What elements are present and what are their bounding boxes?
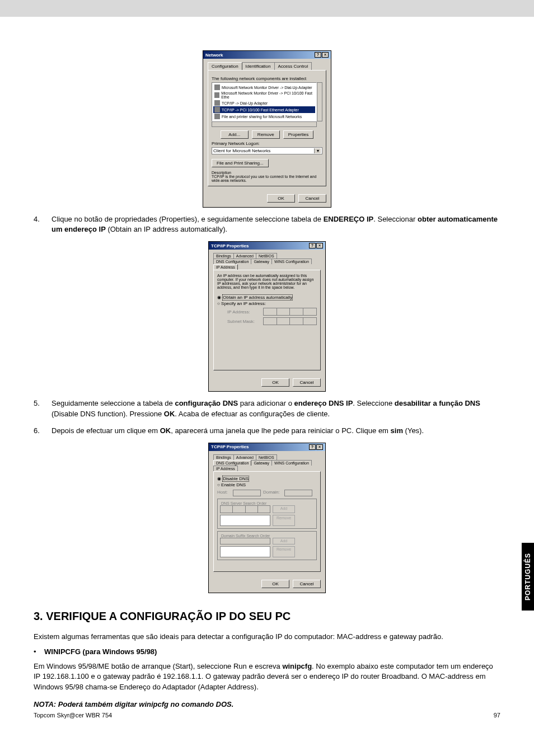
cancel-button[interactable]: Cancel — [293, 580, 321, 588]
dns-list — [220, 515, 270, 526]
network-dialog: Network ? × Configuration Identification… — [203, 50, 331, 208]
list-item: Microsoft Network Monitor Driver -> Dial… — [213, 84, 315, 91]
subnet-mask-label: Subnet Mask: — [227, 319, 260, 324]
close-icon[interactable]: × — [322, 52, 329, 58]
tab-advanced[interactable]: Advanced — [233, 253, 256, 259]
tab-gateway[interactable]: Gateway — [251, 259, 272, 264]
add-button: Add — [273, 505, 295, 513]
step-text: Seguidamente seleccione a tabela de conf… — [51, 398, 500, 419]
titlebar: TCP/IP Properties ? × — [209, 443, 325, 451]
host-label: Host: — [217, 490, 231, 496]
tab-identification[interactable]: Identification — [242, 62, 275, 70]
intro-paragraph: Existem algumas ferramentas que são idea… — [34, 632, 500, 642]
scrollbar-vertical[interactable] — [317, 82, 322, 121]
ok-button[interactable]: OK — [261, 580, 289, 588]
properties-button[interactable]: Properties — [283, 130, 313, 139]
tab-netbios[interactable]: NetBIOS — [256, 454, 277, 460]
components-list[interactable]: Microsoft Network Monitor Driver -> Dial… — [212, 82, 317, 121]
list-item: Microsoft Network Monitor Driver -> PCI … — [213, 91, 315, 100]
remove-button: Remove — [273, 546, 295, 557]
logon-select[interactable]: Client for Microsoft Networks ▾ — [212, 147, 322, 154]
dialog-title: TCP/IP Properties — [211, 243, 249, 248]
footer-page-number: 97 — [494, 712, 500, 719]
note-text: NOTA: Poderá também digitar winipcfg no … — [34, 700, 500, 708]
adapter-icon — [214, 92, 219, 98]
ip-address-input — [263, 308, 317, 316]
tab-advanced[interactable]: Advanced — [233, 454, 256, 460]
cancel-button[interactable]: Cancel — [298, 194, 326, 203]
radio-enable-dns[interactable]: ○ Enable DNS — [217, 482, 317, 487]
tab-dns[interactable]: DNS Configuration — [213, 460, 251, 466]
help-icon[interactable]: ? — [309, 444, 316, 450]
share-icon — [214, 114, 220, 119]
components-label: The following network components are ins… — [212, 76, 322, 81]
chevron-down-icon: ▾ — [314, 148, 321, 153]
radio-specify[interactable]: ○ Specify an IP address: — [217, 301, 317, 306]
suffix-input — [220, 538, 270, 544]
dns-ip-input — [220, 505, 270, 513]
help-icon[interactable]: ? — [315, 52, 321, 58]
titlebar: TCP/IP Properties ? × — [209, 242, 325, 250]
dns-search-group: DNS Server Search Order Add Remove — [217, 499, 317, 529]
step-text: Clique no botão de propriedades (Propert… — [51, 214, 500, 234]
dialog-title: TCP/IP Properties — [211, 444, 249, 449]
adapter-icon — [214, 100, 220, 106]
step-number: 6. — [34, 426, 51, 436]
tab-gateway[interactable]: Gateway — [251, 460, 272, 466]
top-banner — [0, 0, 534, 17]
page-content: Network ? × Configuration Identification… — [0, 17, 534, 730]
domain-label: Domain: — [263, 490, 282, 496]
titlebar-buttons: ? × — [315, 52, 329, 58]
list-item-selected: TCP/IP -> PCI 10/100 Fast Ethernet Adapt… — [213, 106, 315, 113]
remove-button[interactable]: Remove — [252, 130, 280, 139]
list-item: File and printer sharing for Microsoft N… — [213, 113, 315, 120]
tab-access-control[interactable]: Access Control — [274, 62, 312, 70]
tcpip-ip-dialog: TCP/IP Properties ? × Bindings Advanced … — [208, 241, 326, 392]
close-icon[interactable]: × — [316, 243, 323, 248]
list-item: TCP/IP -> Dial-Up Adapter — [213, 100, 315, 106]
add-button: Add — [273, 538, 295, 544]
page-footer: Topcom Skyr@cer WBR 754 97 — [34, 712, 500, 719]
step-number: 4. — [34, 214, 51, 234]
description-text: TCP/IP is the protocol you use to connec… — [212, 175, 322, 182]
scrollbar-horizontal[interactable] — [212, 121, 317, 127]
description-label: Description — [212, 171, 322, 175]
step-5: 5. Seguidamente seleccione a tabela de c… — [34, 398, 500, 419]
subnet-mask-input — [263, 317, 317, 325]
tab-ipaddress[interactable]: IP Address — [213, 264, 238, 270]
radio-obtain-auto[interactable]: ◉ Obtain an IP address automatically — [217, 295, 317, 300]
footer-product: Topcom Skyr@cer WBR 754 — [34, 712, 112, 719]
tab-ipaddress[interactable]: IP Address — [213, 466, 238, 471]
cancel-button[interactable]: Cancel — [293, 378, 321, 387]
tcpip-dns-dialog: TCP/IP Properties ? × Bindings Advanced … — [208, 443, 326, 593]
bullet-item: • WINIPCFG (para Windows 95/98) — [34, 647, 500, 656]
step-number: 5. — [34, 398, 51, 419]
step-4: 4. Clique no botão de propriedades (Prop… — [34, 214, 500, 234]
close-icon[interactable]: × — [316, 444, 323, 450]
domain-suffix-group: Domain Suffix Search Order Add Remove — [217, 531, 317, 560]
dialog-title: Network — [205, 53, 223, 58]
help-icon[interactable]: ? — [309, 243, 316, 248]
tab-netbios[interactable]: NetBIOS — [256, 253, 277, 259]
adapter-icon — [214, 107, 220, 112]
tab-wins[interactable]: WINS Configuration — [271, 259, 312, 264]
radio-disable-dns[interactable]: ◉ Disable DNS — [217, 476, 317, 481]
tab-dns[interactable]: DNS Configuration — [213, 259, 251, 264]
tab-bindings[interactable]: Bindings — [213, 253, 234, 259]
file-print-sharing-button[interactable]: File and Print Sharing... — [212, 159, 269, 167]
winipcfg-paragraph: Em Windows 95/98/ME botão de arranque (S… — [34, 661, 500, 692]
tab-wins[interactable]: WINS Configuration — [271, 460, 312, 466]
ok-button[interactable]: OK — [261, 378, 289, 387]
adapter-icon — [214, 84, 220, 90]
add-button[interactable]: Add... — [221, 130, 249, 139]
step-text: Depois de efectuar um clique em OK, apar… — [51, 426, 500, 436]
language-tab: PORTUGUÊS — [522, 543, 534, 611]
tab-bindings[interactable]: Bindings — [213, 454, 234, 460]
suffix-list — [220, 546, 270, 557]
host-input — [233, 490, 261, 496]
tab-configuration[interactable]: Configuration — [208, 62, 242, 70]
remove-button: Remove — [273, 515, 295, 526]
ok-button[interactable]: OK — [267, 194, 295, 203]
step-6: 6. Depois de efectuar um clique em OK, a… — [34, 426, 500, 436]
tab-row: Configuration Identification Access Cont… — [208, 62, 326, 70]
